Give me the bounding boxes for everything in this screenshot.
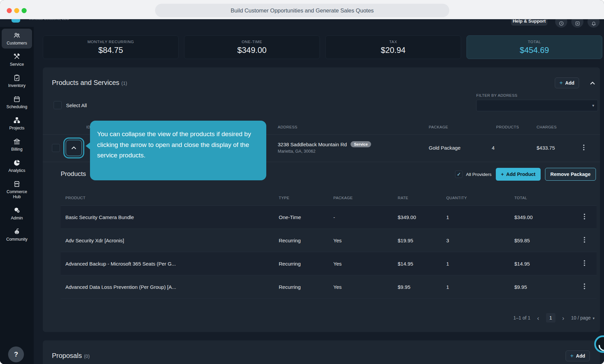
product-kebab-menu-icon[interactable] (584, 283, 585, 289)
row-kebab-menu-icon[interactable] (583, 145, 584, 150)
sidebar-item-label: Customers (7, 41, 27, 46)
summary-cards: MONTHLY RECURRING $84.75 ONE-TIME $349.0… (43, 35, 602, 59)
apps-icon[interactable] (571, 19, 583, 28)
product-quantity: 1 (446, 261, 449, 267)
billing-bank-icon (13, 138, 21, 145)
service-tools-icon (13, 53, 21, 60)
sidebar-item-label: Analytics (8, 168, 25, 173)
chevron-down-icon: ▾ (592, 103, 594, 108)
product-quantity: 3 (446, 238, 449, 243)
zoom-window-button[interactable] (22, 8, 27, 13)
product-name: Advanced Data Loss Prevention (Per Group… (65, 284, 176, 290)
sidebar-item-label: Projects (9, 126, 24, 131)
plus-icon: + (501, 172, 504, 177)
panel-count: (1) (121, 81, 127, 86)
remove-package-button[interactable]: Remove Package (545, 168, 596, 181)
sidebar-item-label: Inventory (8, 83, 25, 88)
all-providers-checkbox[interactable]: ✓ (455, 171, 462, 178)
card-value: $349.00 (237, 46, 267, 55)
products-controls: ✓ All Providers + Add Product Remove Pac… (455, 168, 596, 181)
sidebar-item-label: Admin (11, 216, 23, 221)
row-checkbox[interactable] (52, 144, 60, 152)
card-value: $454.69 (520, 46, 549, 55)
card-monthly-recurring: MONTHLY RECURRING $84.75 (43, 35, 179, 59)
analytics-pie-icon (13, 159, 21, 166)
column-type: TYPE (279, 196, 290, 200)
projects-hierarchy-icon (13, 117, 21, 124)
address-cell: 3238 Saddleback Mountain Rd Service Mari… (278, 141, 371, 154)
sidebar-item-billing[interactable]: Billing (2, 135, 32, 155)
sidebar-item-customers[interactable]: Customers (2, 29, 32, 49)
close-window-button[interactable] (7, 8, 12, 13)
sidebar-item-label: Scheduling (6, 104, 27, 110)
collapse-row-button[interactable] (63, 138, 84, 158)
all-providers-label: All Providers (466, 172, 491, 177)
sidebar-item-commerce-hub[interactable]: Commerce Hub (2, 177, 32, 202)
product-row[interactable]: Advanced Data Loss Prevention (Per Group… (61, 275, 597, 299)
prev-page-icon[interactable]: ‹ (537, 315, 539, 321)
plus-icon: + (570, 353, 574, 359)
product-type: Recurring (279, 284, 301, 290)
product-rate: $19.95 (398, 238, 413, 243)
add-product-button[interactable]: + Add Product (496, 168, 540, 181)
products-subsection-title: Products (61, 170, 86, 178)
current-page[interactable]: 1 (546, 313, 555, 323)
minimize-window-button[interactable] (14, 8, 19, 13)
product-kebab-menu-icon[interactable] (584, 214, 585, 219)
macos-titlebar: Build Customer Opportunities and Generat… (0, 0, 604, 19)
select-all-row: Select All (54, 101, 87, 109)
product-row[interactable]: Basic Security Camera Bundle One-Time - … (61, 206, 597, 229)
product-kebab-menu-icon[interactable] (584, 237, 585, 243)
sidebar-item-label: Commerce Hub (2, 189, 31, 200)
app-logo (11, 19, 20, 23)
product-quantity: 1 (446, 214, 449, 220)
check-icon: ✓ (457, 171, 461, 177)
sidebar-item-analytics[interactable]: Analytics (2, 156, 32, 176)
all-providers-toggle[interactable]: ✓ All Providers (455, 171, 491, 178)
product-kebab-menu-icon[interactable] (584, 260, 585, 266)
select-all-checkbox[interactable] (54, 101, 62, 109)
collapse-panel-chevron-icon[interactable] (590, 80, 595, 86)
sidebar-item-projects[interactable]: Projects (2, 114, 32, 133)
history-icon[interactable] (555, 19, 567, 28)
next-page-icon[interactable]: › (562, 315, 564, 321)
sidebar-item-scheduling[interactable]: Scheduling (2, 92, 32, 112)
product-rate: $9.95 (398, 284, 411, 290)
product-row[interactable]: Adv Security Xdr [Acronis] Recurring Yes… (61, 229, 597, 252)
add-proposal-button[interactable]: + Add (566, 351, 590, 361)
column-package: PACKAGE (429, 125, 448, 129)
sidebar-item-label: Community (6, 237, 27, 242)
pagination: 1–1 of 1 ‹ 1 › 10 / page ▾ (513, 311, 595, 325)
service-badge: Service (351, 141, 371, 147)
column-package: PACKAGE (333, 196, 353, 200)
select-all-label: Select All (66, 102, 87, 108)
product-type: Recurring (279, 261, 301, 267)
commerce-hub-store-icon (13, 180, 21, 188)
notifications-bell-icon[interactable] (587, 19, 600, 28)
help-support-button[interactable]: Help & Support (511, 19, 547, 26)
card-total: TOTAL $454.69 (466, 35, 602, 59)
card-one-time: ONE-TIME $349.00 (184, 35, 320, 59)
app-content: Ironclad Solutions, LLC Help & Support C… (0, 19, 604, 364)
sidebar-item-inventory[interactable]: Inventory (2, 71, 32, 91)
filter-by-address-select[interactable]: ▾ (476, 100, 598, 111)
product-type: Recurring (279, 238, 301, 243)
product-row[interactable]: Advanced Backup - Microsoft 365 Seats (P… (61, 252, 597, 275)
panel-title-text: Products and Services (52, 79, 119, 86)
sidebar-item-service[interactable]: Service (2, 50, 32, 70)
product-total: $9.95 (514, 284, 527, 290)
card-tax: TAX $20.94 (325, 35, 461, 59)
product-name: Adv Security Xdr [Acronis] (65, 238, 124, 243)
coachmark-tooltip: You can collapse the view of the product… (90, 121, 266, 180)
card-label: TOTAL (528, 40, 541, 44)
sidebar-item-admin[interactable]: Admin (2, 204, 32, 223)
sidebar-item-community[interactable]: Community (2, 225, 32, 245)
add-button[interactable]: + Add (555, 78, 579, 88)
products-services-panel: Products and Services(1) + Add FILTER BY… (43, 67, 600, 332)
per-page-select[interactable]: 10 / page ▾ (571, 315, 595, 321)
product-rate: $14.95 (398, 261, 413, 267)
help-button[interactable]: ? (8, 346, 24, 362)
address-line1: 3238 Saddleback Mountain Rd (278, 142, 347, 147)
column-quantity: QUANTITY (446, 196, 467, 200)
plus-icon: + (560, 80, 563, 86)
